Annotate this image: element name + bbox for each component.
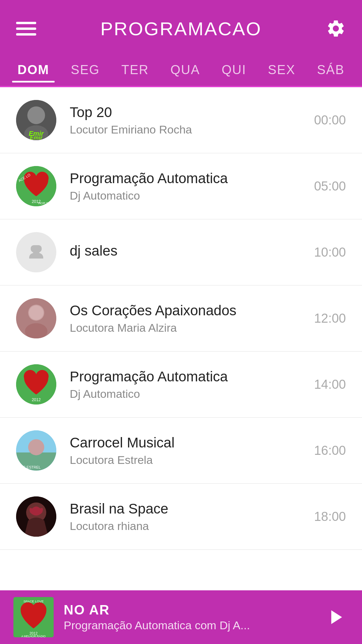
list-item[interactable]: Emir Top 20 Locutor Emiriano Rocha 00:00: [0, 87, 362, 153]
avatar: [16, 232, 56, 272]
svg-text:LOC ESTREL: LOC ESTREL: [18, 465, 41, 469]
program-name: Os Corações Apaixonados: [70, 303, 307, 319]
program-name: Programação Automatica: [70, 369, 307, 385]
tab-dom[interactable]: DOM: [12, 59, 55, 80]
avatar: 2012 ACE LO HOR RÁD: [16, 166, 56, 206]
program-info: Carrocel Musical Locutora Estrela: [70, 435, 307, 467]
program-info: Programação Automatica Dj Automatico: [70, 369, 307, 400]
list-item[interactable]: 2012 ACE LO HOR RÁD Programação Automati…: [0, 153, 362, 219]
menu-button[interactable]: [16, 22, 36, 36]
svg-text:A MELHOR RÁDIO: A MELHOR RÁDIO: [21, 635, 46, 637]
settings-button[interactable]: [326, 18, 346, 39]
list-item[interactable]: Brasil na Space Locutora rhiana 18:00: [0, 484, 362, 550]
program-name: Programação Automatica: [70, 170, 307, 186]
svg-point-1: [27, 106, 45, 124]
program-list: Emir Top 20 Locutor Emiriano Rocha 00:00…: [0, 87, 362, 590]
program-info: Os Corações Apaixonados Locutora Maria A…: [70, 303, 307, 334]
program-name: Carrocel Musical: [70, 435, 307, 451]
svg-point-16: [28, 439, 44, 455]
day-tabs-bar: DOM SEG TER QUA QUI SEX SÁB: [0, 54, 362, 87]
program-time: 18:00: [314, 509, 346, 524]
app-header: PROGRAMACAO: [0, 0, 362, 54]
player-thumbnail: 2012 SPACE LOVE A MELHOR RÁDIO: [13, 597, 54, 637]
program-info: Top 20 Locutor Emiriano Rocha: [70, 104, 307, 136]
avatar: Emir: [16, 100, 56, 140]
program-host: Dj Automatico: [70, 189, 307, 202]
list-item[interactable]: 2012 Programação Automatica Dj Automatic…: [0, 352, 362, 418]
list-item[interactable]: Os Corações Apaixonados Locutora Maria A…: [0, 285, 362, 352]
avatar: 2012: [16, 364, 56, 405]
tab-seg[interactable]: SEG: [65, 59, 105, 80]
player-status-label: NO AR: [64, 602, 312, 618]
program-info: Brasil na Space Locutora rhiana: [70, 501, 307, 533]
tab-sab[interactable]: SÁB: [312, 59, 350, 80]
program-time: 10:00: [314, 245, 346, 260]
avatar: [16, 298, 56, 338]
list-item[interactable]: LOC ESTREL Carrocel Musical Locutora Est…: [0, 418, 362, 484]
program-host: Locutor Emiriano Rocha: [70, 123, 307, 136]
program-time: 12:00: [314, 311, 346, 326]
page-title: PROGRAMACAO: [100, 18, 261, 40]
player-info: NO AR Programação Automatica com Dj A...: [64, 602, 312, 632]
tab-qui[interactable]: QUI: [216, 59, 252, 80]
program-info: Programação Automatica Dj Automatico: [70, 170, 307, 202]
svg-text:Emir: Emir: [30, 135, 43, 140]
avatar: [16, 496, 56, 537]
program-host: Locutora rhiana: [70, 520, 307, 533]
program-host: Locutora Maria Alzira: [70, 321, 307, 334]
program-time: 14:00: [314, 377, 346, 392]
tab-sex[interactable]: SEX: [262, 59, 301, 80]
tab-qua[interactable]: QUA: [165, 59, 205, 80]
player-description: Programação Automatica com Dj A...: [64, 619, 312, 632]
program-name: Top 20: [70, 104, 307, 120]
program-name: dj sales: [70, 243, 307, 259]
program-host: Dj Automatico: [70, 387, 307, 400]
program-name: Brasil na Space: [70, 501, 307, 517]
play-button[interactable]: [322, 604, 349, 631]
avatar: LOC ESTREL: [16, 430, 56, 471]
program-time: 16:00: [314, 443, 346, 458]
svg-point-11: [29, 306, 43, 320]
bottom-player: 2012 SPACE LOVE A MELHOR RÁDIO NO AR Pro…: [0, 590, 362, 644]
program-time: 05:00: [314, 179, 346, 194]
tab-ter[interactable]: TER: [116, 59, 154, 80]
svg-text:HOR RÁD: HOR RÁD: [38, 201, 53, 205]
program-host: Locutora Estrela: [70, 453, 307, 467]
svg-text:SPACE LOVE: SPACE LOVE: [23, 599, 44, 603]
list-item[interactable]: dj sales 10:00: [0, 219, 362, 285]
program-time: 00:00: [314, 113, 346, 127]
program-info: dj sales: [70, 243, 307, 262]
svg-text:2012: 2012: [32, 397, 41, 402]
